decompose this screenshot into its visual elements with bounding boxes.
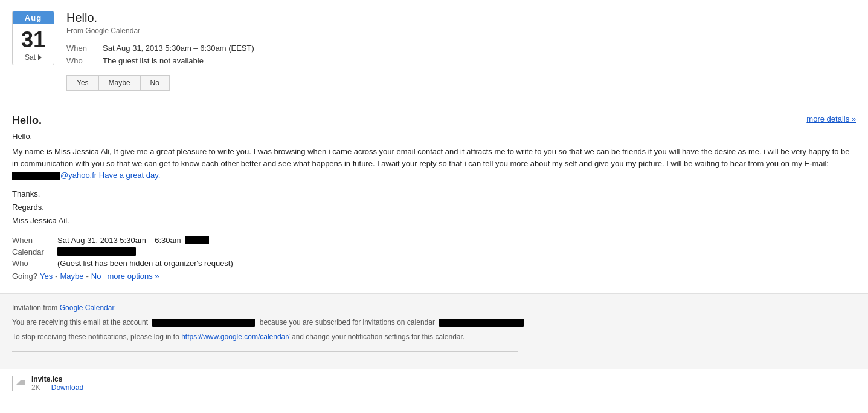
email-body: Hello. more details » Hello, My name is … [0, 102, 868, 293]
attachment-filename: invite.ics [31, 375, 83, 383]
cal-who-label: Who [12, 259, 57, 268]
cal-arrow-icon [38, 54, 42, 60]
redacted-calendar-name [57, 247, 136, 256]
email-link[interactable]: @yahoo.fr Have a great day. [60, 171, 160, 180]
footer-stop-line: To stop receiving these notifications, p… [12, 331, 856, 343]
top-details: Hello. From Google Calendar When Sat Aug… [66, 11, 856, 91]
going-yes-link[interactable]: Yes [40, 272, 53, 281]
when-row: When Sat Aug 31, 2013 5:30am – 6:30am (E… [66, 44, 856, 53]
cal-calendar-row: Calendar [12, 247, 856, 256]
redacted-calendar-id [439, 319, 524, 327]
email-title: Hello. [12, 114, 42, 127]
google-calendar-url-link[interactable]: https://www.google.com/calendar/ [181, 333, 289, 341]
going-label: Going? [12, 272, 37, 281]
when-label: When [66, 44, 103, 53]
redacted-account-email [152, 319, 255, 327]
footer-subscription-line: You are receiving this email at the acco… [12, 317, 856, 328]
going-sep1: - [55, 272, 57, 281]
email-header: Hello. more details » [12, 114, 856, 127]
attachment-file-icon [12, 376, 25, 391]
going-row: Going? Yes - Maybe - No more options » [12, 272, 856, 281]
google-calendar-link[interactable]: Google Calendar [60, 304, 115, 312]
going-sep2: - [86, 272, 89, 281]
cal-when-row: When Sat Aug 31, 2013 5:30am – 6:30am [12, 236, 856, 245]
redacted-timezone [185, 236, 209, 244]
who-value: The guest list is not available [103, 56, 204, 65]
event-title: Hello. [66, 11, 856, 25]
when-value: Sat Aug 31, 2013 5:30am – 6:30am (EEST) [103, 44, 254, 53]
attachment-area: invite.ics 2K Download [0, 369, 868, 402]
attachment-info: invite.ics 2K Download [31, 375, 83, 392]
maybe-button[interactable]: Maybe [98, 75, 141, 91]
going-maybe-link[interactable]: Maybe [60, 272, 83, 281]
footer-divider [12, 351, 518, 352]
email-footer: Invitation from Google Calendar You are … [0, 293, 868, 369]
cal-day: 31 [13, 24, 54, 52]
who-label: Who [66, 56, 103, 65]
cal-when-value: Sat Aug 31, 2013 5:30am – 6:30am [57, 236, 209, 245]
cal-who-row: Who (Guest list has been hidden at organ… [12, 259, 856, 268]
email-body-text: My name is Miss Jessica Ali, It give me … [12, 146, 856, 181]
rsvp-buttons: Yes Maybe No [66, 75, 856, 91]
more-details-link[interactable]: more details » [806, 114, 856, 123]
footer-invitation-line: Invitation from Google Calendar [12, 302, 856, 314]
email-greeting: Hello, [12, 132, 856, 141]
cal-month: Aug [13, 11, 54, 24]
top-section: Aug 31 Sat Hello. From Google Calendar W… [0, 0, 868, 102]
event-source: From Google Calendar [66, 27, 856, 35]
cal-details: When Sat Aug 31, 2013 5:30am – 6:30am Ca… [12, 236, 856, 281]
attachment-size: 2K [31, 383, 40, 392]
going-no-link[interactable]: No [91, 272, 101, 281]
no-button[interactable]: No [140, 75, 170, 91]
cal-when-label: When [12, 236, 57, 245]
calendar-icon: Aug 31 Sat [12, 11, 54, 65]
cal-calendar-value [57, 247, 136, 256]
going-more-link[interactable]: more options » [107, 272, 159, 281]
cal-weekday: Sat [13, 52, 54, 63]
download-link[interactable]: Download [51, 383, 83, 392]
email-signature: Thanks. Regards. Miss Jessica Ail. [12, 187, 856, 227]
cal-calendar-label: Calendar [12, 247, 57, 256]
yes-button[interactable]: Yes [66, 75, 99, 91]
cal-who-value: (Guest list has been hidden at organizer… [57, 259, 233, 268]
who-row: Who The guest list is not available [66, 56, 856, 65]
attachment-meta: 2K Download [31, 383, 83, 392]
redacted-email [12, 172, 60, 180]
